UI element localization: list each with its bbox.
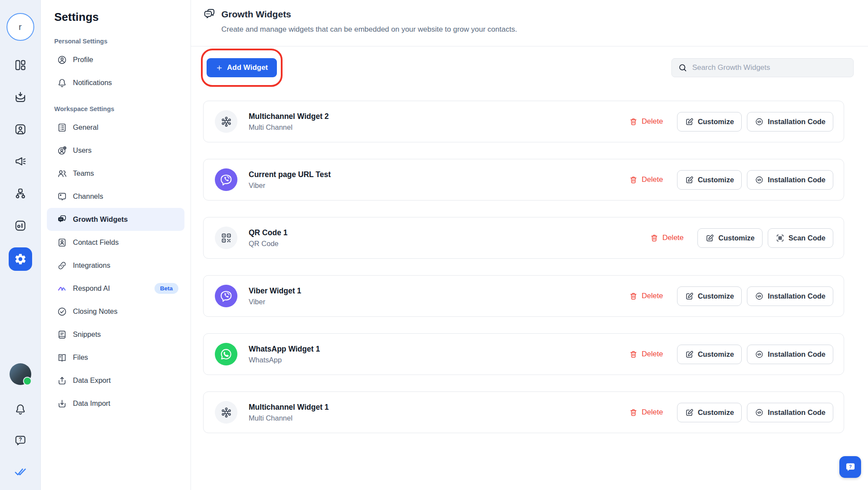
widget-card: Multichannel Widget 2 Multi Channel Dele… [203, 101, 844, 142]
integrations-icon [57, 260, 67, 271]
snippets-icon [57, 329, 67, 340]
sidebar-item-profile[interactable]: Profile [47, 48, 184, 71]
edit-icon [685, 175, 694, 184]
section-workspace-settings: Workspace Settings [47, 94, 184, 116]
widget-type: Multi Channel [249, 414, 329, 422]
multichannel-widget-icon [215, 110, 237, 133]
customize-button[interactable]: Customize [697, 228, 762, 248]
dashboard-nav[interactable] [13, 58, 27, 72]
workflows-icon [14, 187, 27, 200]
settings-sidebar: Settings Personal Settings Profile Notif… [41, 0, 191, 490]
teams-icon [57, 168, 67, 179]
page-description: Create and manage widgets that can be em… [221, 25, 856, 34]
widget-name: QR Code 1 [249, 228, 287, 237]
third-action-button[interactable]: Installation Code [747, 403, 833, 422]
delete-button[interactable]: Delete [629, 175, 663, 184]
third-action-button[interactable]: Installation Code [747, 286, 833, 306]
settings-nav-active[interactable] [9, 247, 32, 271]
edit-icon [685, 350, 694, 359]
done-nav[interactable] [13, 465, 27, 479]
sidebar-item-label: Data Export [73, 376, 111, 385]
sidebar-item-label: Channels [73, 192, 103, 201]
customize-button[interactable]: Customize [677, 170, 742, 190]
sidebar-item-data-import[interactable]: Data Import [47, 392, 184, 415]
app-icon-rail: r [0, 0, 41, 490]
delete-button[interactable]: Delete [629, 292, 663, 301]
workspace-avatar-letter: r [19, 22, 22, 32]
trash-icon [629, 292, 638, 301]
customize-button[interactable]: Customize [677, 112, 742, 132]
notifications-bell-icon [14, 403, 27, 416]
sidebar-item-contact-fields[interactable]: Contact Fields [47, 231, 184, 254]
sidebar-item-snippets[interactable]: Snippets [47, 323, 184, 346]
beta-badge: Beta [155, 283, 178, 294]
notifications-nav[interactable] [13, 402, 27, 416]
sidebar-item-label: Teams [73, 169, 94, 178]
third-action-button[interactable]: Installation Code [747, 170, 833, 190]
contact-fields-icon [57, 237, 67, 248]
help-fab-button[interactable] [839, 456, 861, 478]
sidebar-item-integrations[interactable]: Integrations [47, 254, 184, 277]
add-widget-label: Add Widget [227, 63, 268, 72]
sidebar-item-label: Profile [73, 56, 93, 64]
add-widget-button[interactable]: Add Widget [207, 58, 277, 77]
third-action-button[interactable]: Installation Code [747, 112, 833, 132]
page-title: Growth Widgets [221, 9, 291, 20]
qr-widget-icon [215, 227, 237, 249]
third-action-button[interactable]: Installation Code [747, 345, 833, 364]
widget-card: Viber Widget 1 Viber Delete Customize In… [203, 275, 844, 317]
customize-button[interactable]: Customize [677, 286, 742, 306]
workspace-avatar[interactable]: r [7, 13, 34, 41]
delete-button[interactable]: Delete [629, 408, 663, 417]
data-import-icon [57, 398, 67, 409]
qr-scan-icon [776, 233, 785, 243]
broadcast-nav[interactable] [13, 155, 27, 168]
help-bubble-icon [14, 434, 27, 447]
inbox-nav[interactable] [13, 90, 27, 104]
sidebar-item-users[interactable]: Users [47, 139, 184, 162]
edit-icon [685, 408, 694, 417]
help-nav[interactable] [13, 434, 27, 447]
sidebar-item-channels[interactable]: Channels [47, 185, 184, 208]
sidebar-title: Settings [47, 0, 184, 26]
sidebar-item-notifications[interactable]: Notifications [47, 71, 184, 94]
code-circle-icon [755, 117, 764, 126]
widget-name: Multichannel Widget 2 [249, 112, 329, 121]
sidebar-item-files[interactable]: Files [47, 346, 184, 369]
sidebar-item-closing-notes[interactable]: Closing Notes [47, 300, 184, 323]
data-export-icon [57, 375, 67, 386]
third-action-button[interactable]: Scan Code [768, 228, 833, 248]
code-circle-icon [755, 408, 764, 417]
sidebar-item-general[interactable]: General [47, 116, 184, 139]
trash-icon [629, 175, 638, 184]
delete-button[interactable]: Delete [629, 117, 663, 126]
dashboard-icon [14, 59, 27, 72]
search-input[interactable] [692, 63, 847, 72]
customize-button[interactable]: Customize [677, 403, 742, 422]
sidebar-item-respond-ai[interactable]: Respond AI Beta [47, 277, 184, 300]
workflows-nav[interactable] [13, 187, 27, 201]
section-personal-settings: Personal Settings [47, 26, 184, 48]
sidebar-item-growth-widgets[interactable]: Growth Widgets [47, 208, 184, 231]
reports-nav[interactable] [13, 219, 27, 233]
channels-icon [57, 191, 67, 202]
whatsapp-widget-icon [215, 343, 237, 365]
contacts-nav[interactable] [13, 122, 27, 136]
widget-card: QR Code 1 QR Code Delete Customize Scan … [203, 217, 844, 259]
trash-icon [629, 408, 638, 417]
delete-button[interactable]: Delete [629, 350, 663, 359]
customize-button[interactable]: Customize [677, 345, 742, 364]
user-photo-avatar[interactable] [10, 363, 31, 385]
broadcast-megaphone-icon [14, 155, 27, 168]
sidebar-item-data-export[interactable]: Data Export [47, 369, 184, 392]
code-circle-icon [755, 350, 764, 359]
widget-card: Current page URL Test Viber Delete Custo… [203, 159, 844, 201]
multichannel-widget-icon [215, 401, 237, 424]
widget-list: Multichannel Widget 2 Multi Channel Dele… [203, 101, 844, 433]
sidebar-item-teams[interactable]: Teams [47, 162, 184, 185]
reports-icon [14, 219, 27, 232]
widget-type: Viber [249, 298, 301, 306]
delete-button[interactable]: Delete [650, 233, 684, 243]
trash-icon [629, 350, 638, 359]
files-icon [57, 352, 67, 363]
